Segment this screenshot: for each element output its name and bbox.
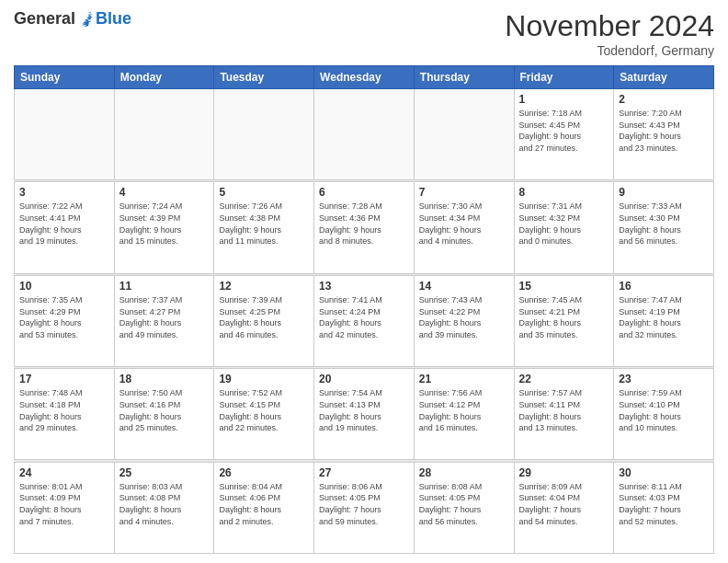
day-number: 18: [119, 373, 210, 385]
day-info: Sunrise: 8:09 AM Sunset: 4:04 PM Dayligh…: [519, 481, 609, 527]
day-number: 25: [119, 466, 210, 479]
calendar-cell: 17Sunrise: 7:48 AM Sunset: 4:18 PM Dayli…: [15, 369, 115, 460]
day-number: 20: [319, 373, 409, 385]
day-number: 7: [419, 186, 509, 199]
day-info: Sunrise: 7:37 AM Sunset: 4:27 PM Dayligh…: [119, 294, 210, 340]
day-info: Sunrise: 7:18 AM Sunset: 4:45 PM Dayligh…: [519, 108, 609, 154]
location: Todendorf, Germany: [505, 43, 714, 58]
day-number: 14: [419, 280, 509, 293]
calendar-cell: 16Sunrise: 7:47 AM Sunset: 4:19 PM Dayli…: [614, 275, 714, 366]
calendar-cell: 10Sunrise: 7:35 AM Sunset: 4:29 PM Dayli…: [15, 275, 115, 366]
header-thursday: Thursday: [414, 66, 514, 89]
header-wednesday: Wednesday: [314, 66, 415, 89]
day-info: Sunrise: 7:56 AM Sunset: 4:12 PM Dayligh…: [419, 387, 509, 433]
day-info: Sunrise: 7:57 AM Sunset: 4:11 PM Dayligh…: [519, 387, 609, 433]
calendar-cell: 29Sunrise: 8:09 AM Sunset: 4:04 PM Dayli…: [514, 462, 614, 553]
calendar-cell: 2Sunrise: 7:20 AM Sunset: 4:43 PM Daylig…: [614, 89, 714, 180]
day-info: Sunrise: 7:39 AM Sunset: 4:25 PM Dayligh…: [219, 294, 309, 340]
day-info: Sunrise: 7:47 AM Sunset: 4:19 PM Dayligh…: [619, 294, 709, 340]
day-info: Sunrise: 7:28 AM Sunset: 4:36 PM Dayligh…: [319, 201, 409, 247]
calendar-cell: 15Sunrise: 7:45 AM Sunset: 4:21 PM Dayli…: [514, 275, 614, 366]
day-info: Sunrise: 7:31 AM Sunset: 4:32 PM Dayligh…: [519, 201, 609, 247]
day-info: Sunrise: 7:24 AM Sunset: 4:39 PM Dayligh…: [119, 201, 210, 247]
day-number: 13: [319, 280, 409, 293]
day-number: 9: [619, 186, 709, 199]
calendar-cell: 25Sunrise: 8:03 AM Sunset: 4:08 PM Dayli…: [114, 462, 214, 553]
calendar-week-2: 3Sunrise: 7:22 AM Sunset: 4:41 PM Daylig…: [15, 182, 714, 273]
day-info: Sunrise: 7:41 AM Sunset: 4:24 PM Dayligh…: [319, 294, 409, 340]
day-number: 11: [119, 280, 210, 293]
day-number: 1: [519, 93, 609, 106]
calendar-table: Sunday Monday Tuesday Wednesday Thursday…: [14, 65, 714, 554]
calendar-cell: 18Sunrise: 7:50 AM Sunset: 4:16 PM Dayli…: [114, 369, 214, 460]
day-number: 4: [119, 186, 210, 199]
calendar-cell: [214, 89, 314, 180]
day-info: Sunrise: 7:45 AM Sunset: 4:21 PM Dayligh…: [519, 294, 609, 340]
calendar-cell: 6Sunrise: 7:28 AM Sunset: 4:36 PM Daylig…: [314, 182, 415, 273]
calendar-cell: 19Sunrise: 7:52 AM Sunset: 4:15 PM Dayli…: [214, 369, 314, 460]
title-section: November 2024 Todendorf, Germany: [505, 9, 714, 58]
calendar-cell: [114, 89, 214, 180]
calendar-cell: 28Sunrise: 8:08 AM Sunset: 4:05 PM Dayli…: [414, 462, 514, 553]
calendar-cell: [15, 89, 115, 180]
day-info: Sunrise: 7:54 AM Sunset: 4:13 PM Dayligh…: [319, 387, 409, 433]
day-info: Sunrise: 7:26 AM Sunset: 4:38 PM Dayligh…: [219, 201, 309, 247]
day-info: Sunrise: 8:04 AM Sunset: 4:06 PM Dayligh…: [219, 481, 309, 527]
calendar-cell: 9Sunrise: 7:33 AM Sunset: 4:30 PM Daylig…: [614, 182, 714, 273]
day-info: Sunrise: 8:01 AM Sunset: 4:09 PM Dayligh…: [19, 481, 109, 527]
header-monday: Monday: [114, 66, 214, 89]
calendar-cell: 20Sunrise: 7:54 AM Sunset: 4:13 PM Dayli…: [314, 369, 415, 460]
day-number: 19: [219, 373, 309, 385]
header-sunday: Sunday: [15, 66, 115, 89]
day-number: 6: [319, 186, 409, 199]
calendar-cell: 26Sunrise: 8:04 AM Sunset: 4:06 PM Dayli…: [214, 462, 314, 553]
calendar-cell: 1Sunrise: 7:18 AM Sunset: 4:45 PM Daylig…: [514, 89, 614, 180]
day-info: Sunrise: 7:20 AM Sunset: 4:43 PM Dayligh…: [619, 108, 709, 154]
calendar-cell: 11Sunrise: 7:37 AM Sunset: 4:27 PM Dayli…: [114, 275, 214, 366]
day-number: 28: [419, 466, 509, 479]
calendar-cell: 8Sunrise: 7:31 AM Sunset: 4:32 PM Daylig…: [514, 182, 614, 273]
day-info: Sunrise: 7:50 AM Sunset: 4:16 PM Dayligh…: [119, 387, 210, 433]
month-title: November 2024: [505, 9, 714, 43]
day-info: Sunrise: 7:43 AM Sunset: 4:22 PM Dayligh…: [419, 294, 509, 340]
calendar-cell: 23Sunrise: 7:59 AM Sunset: 4:10 PM Dayli…: [614, 369, 714, 460]
day-number: 8: [519, 186, 609, 199]
header-friday: Friday: [514, 66, 614, 89]
calendar-week-3: 10Sunrise: 7:35 AM Sunset: 4:29 PM Dayli…: [15, 275, 714, 366]
day-info: Sunrise: 8:11 AM Sunset: 4:03 PM Dayligh…: [619, 481, 709, 527]
calendar-cell: [414, 89, 514, 180]
day-info: Sunrise: 8:03 AM Sunset: 4:08 PM Dayligh…: [119, 481, 210, 527]
calendar-cell: 13Sunrise: 7:41 AM Sunset: 4:24 PM Dayli…: [314, 275, 415, 366]
day-number: 12: [219, 280, 309, 293]
calendar-page: General Blue November 2024 Todendorf, Ge…: [0, 0, 728, 563]
day-number: 29: [519, 466, 609, 479]
day-number: 17: [19, 373, 109, 385]
day-number: 23: [619, 373, 709, 385]
header-tuesday: Tuesday: [214, 66, 314, 89]
day-number: 22: [519, 373, 609, 385]
calendar-week-4: 17Sunrise: 7:48 AM Sunset: 4:18 PM Dayli…: [15, 369, 714, 460]
day-info: Sunrise: 7:59 AM Sunset: 4:10 PM Dayligh…: [619, 387, 709, 433]
calendar-cell: [314, 89, 415, 180]
day-number: 26: [219, 466, 309, 479]
day-number: 16: [619, 280, 709, 293]
logo-general-text: General: [14, 9, 75, 29]
logo-blue-text: Blue: [96, 9, 131, 29]
day-info: Sunrise: 7:52 AM Sunset: 4:15 PM Dayligh…: [219, 387, 309, 433]
calendar-week-5: 24Sunrise: 8:01 AM Sunset: 4:09 PM Dayli…: [15, 462, 714, 553]
calendar-week-1: 1Sunrise: 7:18 AM Sunset: 4:45 PM Daylig…: [15, 89, 714, 180]
page-header: General Blue November 2024 Todendorf, Ge…: [14, 9, 714, 58]
calendar-cell: 14Sunrise: 7:43 AM Sunset: 4:22 PM Dayli…: [414, 275, 514, 366]
day-number: 21: [419, 373, 509, 385]
day-number: 27: [319, 466, 409, 479]
day-number: 10: [19, 280, 109, 293]
day-number: 30: [619, 466, 709, 479]
day-info: Sunrise: 8:08 AM Sunset: 4:05 PM Dayligh…: [419, 481, 509, 527]
calendar-cell: 3Sunrise: 7:22 AM Sunset: 4:41 PM Daylig…: [15, 182, 115, 273]
day-number: 15: [519, 280, 609, 293]
calendar-header-row: Sunday Monday Tuesday Wednesday Thursday…: [15, 66, 714, 89]
day-number: 2: [619, 93, 709, 106]
day-info: Sunrise: 7:33 AM Sunset: 4:30 PM Dayligh…: [619, 201, 709, 247]
day-info: Sunrise: 7:30 AM Sunset: 4:34 PM Dayligh…: [419, 201, 509, 247]
header-saturday: Saturday: [614, 66, 714, 89]
